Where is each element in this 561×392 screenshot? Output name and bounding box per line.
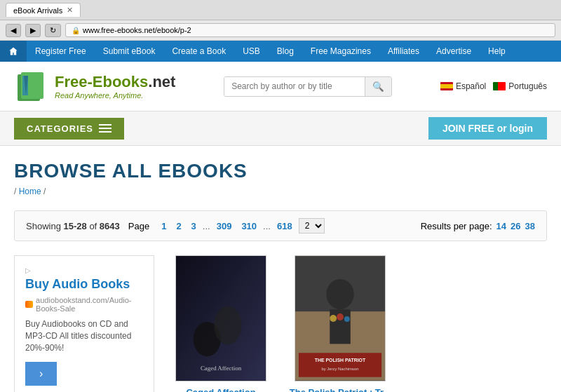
browser-tab[interactable]: eBook Arrivals ✕ xyxy=(6,3,81,17)
nav-home[interactable] xyxy=(0,41,27,62)
nav-create[interactable]: Create a Book xyxy=(163,41,234,62)
join-button[interactable]: JOIN FREE or login xyxy=(428,117,547,140)
breadcrumb: / Home / xyxy=(14,187,547,196)
svg-point-10 xyxy=(326,279,353,309)
page-label: Page xyxy=(128,221,149,231)
browser-tab-bar: eBook Arrivals ✕ xyxy=(0,0,561,20)
search-box: 🔍 xyxy=(224,76,392,97)
nav-help[interactable]: Help xyxy=(480,41,514,62)
logo-icon xyxy=(14,69,49,104)
breadcrumb-home[interactable]: Home xyxy=(19,187,41,196)
svg-text:THE POLISH PATRIOT: THE POLISH PATRIOT xyxy=(315,358,366,363)
ad-url: audiobookstand.com/Audio-Books-Sale xyxy=(25,296,143,313)
results-26[interactable]: 26 xyxy=(511,221,520,231)
pagination-bar: Showing 15-28 of 8643 Page 1 2 3 ... 309… xyxy=(14,210,547,241)
svg-rect-15 xyxy=(299,353,381,377)
ad-arrow-icon: › xyxy=(39,367,43,380)
nav-submit[interactable]: Submit eBook xyxy=(95,41,164,62)
pt-flag-icon xyxy=(493,82,506,90)
page-ellipsis-1: ... xyxy=(203,221,210,231)
books-grid: Caged Affection Caged Affection Romance … xyxy=(168,255,547,392)
portuguese-language[interactable]: Português xyxy=(493,81,547,91)
results-38[interactable]: 38 xyxy=(525,221,535,231)
search-icon: 🔍 xyxy=(372,81,384,92)
book-title[interactable]: Caged Affection xyxy=(186,387,255,392)
address-bar[interactable]: 🔒 www.free-ebooks.net/ebook/p-2 xyxy=(65,23,555,37)
book-title-link-2[interactable]: The Polish Patriot : Tr... xyxy=(290,387,391,392)
showing-text: Showing 15-28 of 8643 xyxy=(26,221,120,231)
ad-button[interactable]: › xyxy=(25,362,57,386)
refresh-button[interactable]: ↻ xyxy=(45,24,61,37)
logo-tagline: Read Anywhere, Anytime. xyxy=(55,91,175,100)
page-1[interactable]: 1 xyxy=(158,219,170,233)
nav-advertise[interactable]: Advertise xyxy=(428,41,480,62)
page-310[interactable]: 310 xyxy=(238,219,260,233)
advertisement: ▷ Buy Audio Books audiobookstand.com/Aud… xyxy=(14,255,154,392)
page-309[interactable]: 309 xyxy=(213,219,236,233)
svg-text:Caged Affection: Caged Affection xyxy=(201,365,242,372)
page-618[interactable]: 618 xyxy=(273,219,296,233)
page-2[interactable]: 2 xyxy=(173,219,184,233)
page-ellipsis-2: ... xyxy=(263,221,271,231)
hamburger-icon xyxy=(99,124,111,133)
svg-text:by Jerzy Nachimson: by Jerzy Nachimson xyxy=(321,367,358,371)
nav-usb[interactable]: USB xyxy=(234,41,269,62)
page-title: BROWSE ALL EBOOKS xyxy=(14,160,547,182)
ad-badge-icon xyxy=(25,301,33,308)
site-header: Free-Ebooks.net Read Anywhere, Anytime. … xyxy=(0,62,561,111)
main-content: BROWSE ALL EBOOKS / Home / Showing 15-28… xyxy=(0,146,561,392)
search-area: 🔍 xyxy=(189,76,426,97)
svg-point-6 xyxy=(214,306,241,344)
nav-affiliates[interactable]: Affiliates xyxy=(379,41,428,62)
address-text: www.free-ebooks.net/ebook/p-2 xyxy=(83,26,191,34)
search-button[interactable]: 🔍 xyxy=(365,77,391,96)
book-cover-image: Caged Affection xyxy=(176,255,266,381)
content-area: ▷ Buy Audio Books audiobookstand.com/Aud… xyxy=(14,255,547,392)
results-14[interactable]: 14 xyxy=(496,221,506,231)
back-button[interactable]: ◀ xyxy=(6,24,21,37)
book-card: THE POLISH PATRIOT by Jerzy Nachimson Th… xyxy=(288,255,393,392)
nav-magazines[interactable]: Free Magazines xyxy=(302,41,379,62)
ad-description: Buy Audiobooks on CD and MP3-CD All titl… xyxy=(25,318,143,353)
ad-marker: ▷ xyxy=(25,266,143,274)
book-title-link[interactable]: Caged Affection xyxy=(186,387,255,392)
spanish-language[interactable]: Español xyxy=(440,81,486,91)
top-nav: Register Free Submit eBook Create a Book… xyxy=(0,41,561,62)
lock-icon: 🔒 xyxy=(72,27,80,34)
book-card: Caged Affection Caged Affection Romance … xyxy=(168,255,273,392)
svg-point-12 xyxy=(330,315,337,322)
es-flag-icon xyxy=(440,82,453,90)
book-cover-caged[interactable]: Caged Affection xyxy=(175,255,266,381)
tab-title: eBook Arrivals xyxy=(13,6,62,15)
logo-area: Free-Ebooks.net Read Anywhere, Anytime. xyxy=(14,69,175,104)
home-icon xyxy=(8,46,18,56)
svg-point-13 xyxy=(337,313,344,320)
categories-button[interactable]: CATEGORIES xyxy=(14,118,124,140)
book-title[interactable]: The Polish Patriot : Tr... xyxy=(290,387,391,392)
category-bar: CATEGORIES JOIN FREE or login xyxy=(0,111,561,146)
results-per-page: Results per page: 14 26 38 xyxy=(421,221,535,231)
book-cover-image-2: THE POLISH PATRIOT by Jerzy Nachimson xyxy=(295,255,385,381)
page-select[interactable]: 2 xyxy=(299,218,325,234)
svg-point-14 xyxy=(344,316,350,322)
nav-blog[interactable]: Blog xyxy=(269,41,302,62)
nav-register[interactable]: Register Free xyxy=(27,41,95,62)
tab-close-button[interactable]: ✕ xyxy=(67,6,73,15)
search-input[interactable] xyxy=(224,77,365,96)
language-selector: Español Português xyxy=(440,81,547,91)
forward-button[interactable]: ▶ xyxy=(25,24,41,37)
page-3[interactable]: 3 xyxy=(188,219,200,233)
ad-title: Buy Audio Books xyxy=(25,277,143,292)
book-cover-polish[interactable]: THE POLISH PATRIOT by Jerzy Nachimson xyxy=(295,255,386,381)
address-bar-row: ◀ ▶ ↻ 🔒 www.free-ebooks.net/ebook/p-2 xyxy=(0,20,561,41)
page-links: 1 2 3 ... 309 310 ... 618 2 xyxy=(158,218,325,234)
logo-name: Free-Ebooks.net xyxy=(55,73,175,91)
logo-text: Free-Ebooks.net Read Anywhere, Anytime. xyxy=(55,73,175,100)
